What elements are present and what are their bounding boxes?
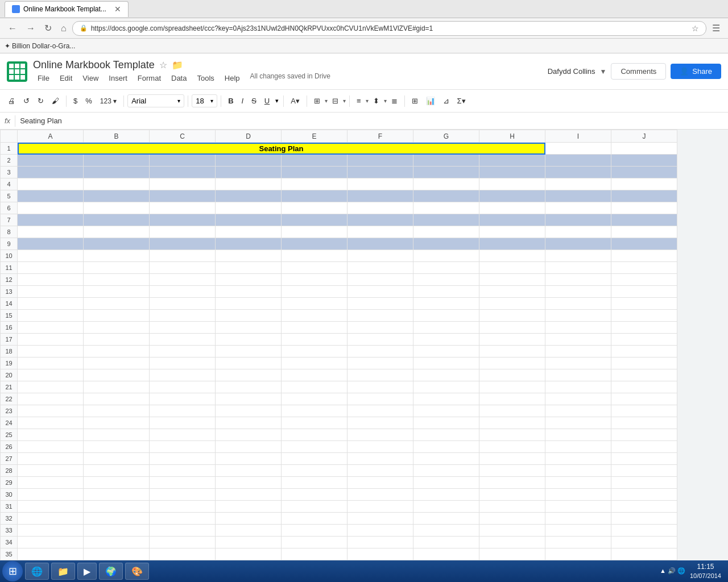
borders-btn[interactable]: ⊞ [311,94,324,107]
cell-G14[interactable] [413,298,479,310]
cell-G27[interactable] [413,453,479,465]
cell-E17[interactable] [282,334,348,346]
cell-A12[interactable] [18,274,84,286]
cell-G2[interactable] [413,155,479,167]
cell-H33[interactable] [479,525,545,537]
cell-H34[interactable] [479,537,545,548]
cell-E19[interactable] [282,357,348,369]
cell-C3[interactable] [150,167,216,178]
cell-B15[interactable] [84,310,150,322]
cell-H4[interactable] [479,178,545,190]
cell-J20[interactable] [611,369,677,381]
row-header-4[interactable]: 4 [1,178,18,190]
row-header-9[interactable]: 9 [1,238,18,250]
cell-I22[interactable] [545,393,611,405]
cell-A28[interactable] [18,465,84,477]
merge-btn[interactable]: ⊟ [329,94,342,107]
taskbar-app-paint[interactable]: 🎨 [125,563,149,580]
cell-F31[interactable] [348,501,413,513]
cell-D3[interactable] [216,167,282,178]
cell-F6[interactable] [348,202,413,214]
cell-B23[interactable] [84,405,150,417]
cell-C14[interactable] [150,298,216,310]
currency-btn[interactable]: $ [70,94,81,107]
cell-H14[interactable] [479,298,545,310]
cell-D4[interactable] [216,178,282,190]
cell-C20[interactable] [150,369,216,381]
cell-D7[interactable] [216,214,282,226]
row-header-27[interactable]: 27 [1,453,18,465]
cell-C26[interactable] [150,441,216,453]
cell-E27[interactable] [282,453,348,465]
cell-C5[interactable] [150,190,216,202]
cell-J3[interactable] [611,167,677,178]
cell-D29[interactable] [216,477,282,489]
cell-A6[interactable] [18,202,84,214]
cell-C8[interactable] [150,226,216,238]
cell-I15[interactable] [545,310,611,322]
cell-I28[interactable] [545,465,611,477]
cell-F10[interactable] [348,250,413,262]
cell-G9[interactable] [413,238,479,250]
cell-G19[interactable] [413,357,479,369]
cell-A10[interactable] [18,250,84,262]
formula-input[interactable]: Seating Plan [20,117,723,125]
col-header-d[interactable]: D [216,130,282,143]
cell-G26[interactable] [413,441,479,453]
cell-A8[interactable] [18,226,84,238]
cell-C34[interactable] [150,537,216,548]
row-header-34[interactable]: 34 [1,537,18,548]
underline-btn[interactable]: U [261,94,273,107]
col-header-g[interactable]: G [413,130,479,143]
cell-E11[interactable] [282,262,348,274]
cell-I35[interactable] [545,548,611,560]
cell-F34[interactable] [348,537,413,548]
cell-F29[interactable] [348,477,413,489]
cell-I24[interactable] [545,417,611,429]
col-header-a[interactable]: A [18,130,84,143]
cell-A33[interactable] [18,525,84,537]
cell-C11[interactable] [150,262,216,274]
cell-E16[interactable] [282,322,348,334]
strikethrough-btn[interactable]: S [248,94,260,107]
cell-G31[interactable] [413,501,479,513]
cell-I31[interactable] [545,501,611,513]
menu-file[interactable]: File [33,72,54,84]
cell-G4[interactable] [413,178,479,190]
cell-E30[interactable] [282,489,348,501]
cell-F12[interactable] [348,274,413,286]
cell-J34[interactable] [611,537,677,548]
row-header-17[interactable]: 17 [1,334,18,346]
cell-G24[interactable] [413,417,479,429]
cell-E18[interactable] [282,346,348,357]
cell-B31[interactable] [84,501,150,513]
row-header-2[interactable]: 2 [1,155,18,167]
cell-J2[interactable] [611,155,677,167]
cell-H3[interactable] [479,167,545,178]
address-bar[interactable]: 🔒 https://docs.google.com/spreadsheet/cc… [72,21,706,36]
row-header-3[interactable]: 3 [1,167,18,178]
cell-E26[interactable] [282,441,348,453]
cell-B16[interactable] [84,322,150,334]
cell-G25[interactable] [413,429,479,441]
cell-G12[interactable] [413,274,479,286]
cell-D25[interactable] [216,429,282,441]
cell-A18[interactable] [18,346,84,357]
cell-J24[interactable] [611,417,677,429]
row-header-28[interactable]: 28 [1,465,18,477]
row-header-33[interactable]: 33 [1,525,18,537]
share-button[interactable]: 👤 Share [671,64,721,79]
cell-C7[interactable] [150,214,216,226]
cell-H2[interactable] [479,155,545,167]
row-header-6[interactable]: 6 [1,202,18,214]
cell-I30[interactable] [545,489,611,501]
cell-D21[interactable] [216,381,282,393]
cell-E4[interactable] [282,178,348,190]
cell-E33[interactable] [282,525,348,537]
cell-H24[interactable] [479,417,545,429]
cell-E21[interactable] [282,381,348,393]
cell-A17[interactable] [18,334,84,346]
cell-B2[interactable] [84,155,150,167]
bookmark-star-icon[interactable]: ☆ [692,24,699,33]
cell-G32[interactable] [413,513,479,525]
